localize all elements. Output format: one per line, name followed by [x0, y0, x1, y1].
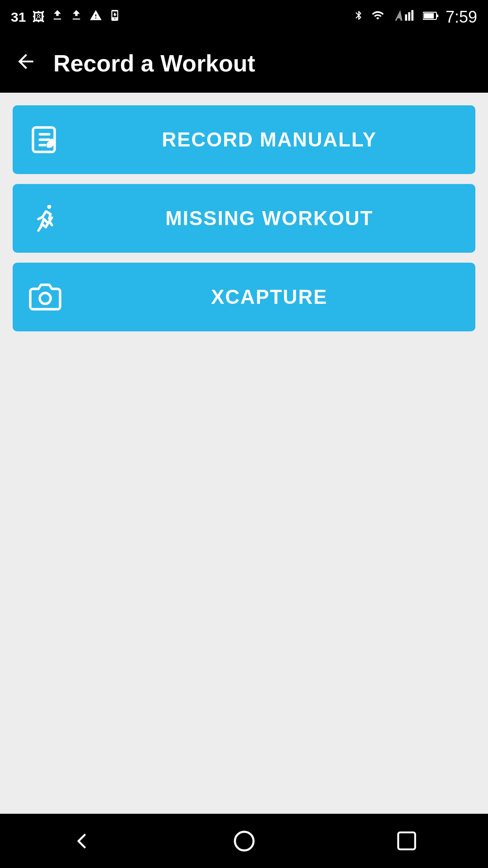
bluetooth-icon [353, 9, 364, 25]
status-bar-right-icons: 7:59 [353, 8, 477, 27]
record-manually-label: RECORD MANUALLY [80, 128, 459, 151]
svg-point-9 [235, 831, 253, 850]
missing-workout-button[interactable]: MISSING WORKOUT [13, 184, 475, 253]
bottom-nav [0, 814, 488, 868]
nav-home-button[interactable] [221, 818, 267, 863]
signal-icon [391, 9, 417, 25]
svg-rect-2 [424, 13, 434, 19]
nav-back-button[interactable] [59, 818, 104, 863]
app-bar: Record a Workout [0, 34, 488, 93]
download-phone-icon [109, 9, 121, 25]
download-icon2 [70, 9, 83, 25]
status-bar-left-icons: 31 🖼 [11, 9, 121, 25]
back-button[interactable] [14, 50, 37, 76]
main-content: RECORD MANUALLY MISSING WORKOUT [0, 93, 488, 814]
svg-rect-1 [436, 14, 438, 17]
calendar-icon: 31 [11, 9, 26, 25]
running-icon [29, 202, 61, 235]
wifi-icon [371, 9, 385, 25]
camera-icon [29, 281, 61, 313]
svg-point-8 [40, 293, 51, 304]
svg-point-7 [47, 205, 52, 209]
xcapture-button[interactable]: XCAPTURE [13, 263, 475, 331]
status-time: 7:59 [446, 8, 477, 27]
page-title: Record a Workout [53, 50, 255, 77]
svg-rect-10 [398, 832, 415, 849]
status-bar: 31 🖼 [0, 0, 488, 34]
battery-icon [423, 10, 439, 24]
edit-icon [29, 123, 61, 156]
nav-recents-button[interactable] [384, 818, 429, 863]
download-icon [51, 9, 64, 25]
xcapture-label: XCAPTURE [80, 286, 459, 308]
warning-icon [89, 9, 103, 25]
record-manually-button[interactable]: RECORD MANUALLY [13, 105, 475, 174]
missing-workout-label: MISSING WORKOUT [80, 207, 459, 230]
image-icon: 🖼 [32, 9, 45, 24]
